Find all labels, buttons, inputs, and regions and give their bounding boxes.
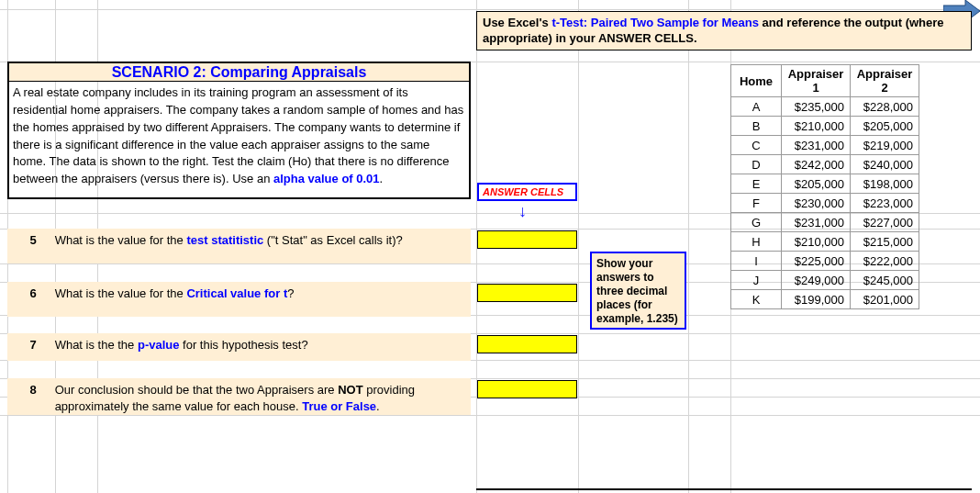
cell-appraiser2: $227,000 (851, 213, 919, 232)
table-row[interactable]: F$230,000$223,000 (731, 194, 919, 213)
cell-appraiser2: $215,000 (851, 232, 919, 252)
answer-cell-q7[interactable] (477, 335, 577, 353)
cell-home: C (731, 136, 782, 155)
question-8: 8 Our conclusion should be that the two … (7, 378, 471, 415)
scenario-body-pre: A real estate company includes in its tr… (13, 85, 463, 185)
cell-appraiser1: $249,000 (782, 271, 851, 290)
answer-cell-q8[interactable] (477, 380, 577, 398)
cell-home: I (731, 252, 782, 271)
cell-appraiser2: $223,000 (851, 194, 919, 213)
q7-num: 7 (15, 337, 51, 353)
cell-appraiser1: $205,000 (782, 174, 851, 194)
instruction-pre: Use Excel's (483, 16, 551, 29)
cell-home: G (731, 213, 782, 232)
cell-home: A (731, 97, 782, 117)
table-row[interactable]: E$205,000$198,000 (731, 174, 919, 194)
cell-appraiser2: $219,000 (851, 136, 919, 155)
cell-appraiser2: $201,000 (851, 290, 919, 309)
cell-appraiser2: $205,000 (851, 117, 919, 136)
cell-appraiser1: $231,000 (782, 213, 851, 232)
cell-appraiser2: $222,000 (851, 252, 919, 271)
q8-num: 8 (15, 382, 51, 398)
cell-home: B (731, 117, 782, 136)
col-home: Home (731, 65, 782, 97)
scenario-title: SCENARIO 2: Comparing Appraisals (7, 62, 471, 82)
cell-appraiser2: $245,000 (851, 271, 919, 290)
cell-appraiser1: $230,000 (782, 194, 851, 213)
question-5: 5 What is the value for the test statiti… (7, 229, 471, 263)
cell-appraiser1: $225,000 (782, 252, 851, 271)
scenario-body-post: . (380, 172, 384, 185)
answer-cell-q6[interactable] (477, 284, 577, 302)
answer-cell-q5[interactable] (477, 230, 577, 249)
cell-home: E (731, 174, 782, 194)
cell-home: D (731, 155, 782, 174)
divider (476, 488, 972, 490)
col-appraiser2: Appraiser 2 (851, 65, 919, 97)
cell-appraiser1: $210,000 (782, 232, 851, 252)
cell-appraiser1: $210,000 (782, 117, 851, 136)
cell-appraiser1: $199,000 (782, 290, 851, 309)
table-header-row: Home Appraiser 1 Appraiser 2 (731, 65, 919, 97)
q6-num: 6 (15, 286, 51, 302)
down-arrow-icon: ↓ (518, 202, 527, 221)
cell-appraiser1: $242,000 (782, 155, 851, 174)
table-row[interactable]: B$210,000$205,000 (731, 117, 919, 136)
q5-num: 5 (15, 232, 51, 249)
question-7: 7 What is the the p-value for this hypot… (7, 333, 471, 361)
table-row[interactable]: H$210,000$215,000 (731, 232, 919, 252)
cell-appraiser1: $235,000 (782, 97, 851, 117)
table-row[interactable]: C$231,000$219,000 (731, 136, 919, 155)
decimal-note: Show your answers to three decimal place… (590, 252, 686, 330)
instruction-box: Use Excel's t-Test: Paired Two Sample fo… (476, 11, 972, 50)
cell-home: J (731, 271, 782, 290)
scenario-body-blue: alpha value of 0.01 (273, 172, 380, 185)
instruction-blue: t-Test: Paired Two Sample for Means (551, 16, 759, 29)
cell-appraiser2: $240,000 (851, 155, 919, 174)
scenario-body: A real estate company includes in its tr… (7, 82, 471, 199)
table-row[interactable]: J$249,000$245,000 (731, 271, 919, 290)
table-row[interactable]: G$231,000$227,000 (731, 213, 919, 232)
cell-appraiser2: $228,000 (851, 97, 919, 117)
table-row[interactable]: D$242,000$240,000 (731, 155, 919, 174)
answer-cells-label: ANSWER CELLS (477, 183, 577, 201)
cell-home: H (731, 232, 782, 252)
col-appraiser1: Appraiser 1 (782, 65, 851, 97)
cell-appraiser2: $198,000 (851, 174, 919, 194)
cell-home: F (731, 194, 782, 213)
table-row[interactable]: K$199,000$201,000 (731, 290, 919, 309)
table-row[interactable]: A$235,000$228,000 (731, 97, 919, 117)
cell-home: K (731, 290, 782, 309)
appraisal-data-table: Home Appraiser 1 Appraiser 2 A$235,000$2… (730, 64, 919, 309)
question-6: 6 What is the value for the Critical val… (7, 282, 471, 317)
cell-appraiser1: $231,000 (782, 136, 851, 155)
table-row[interactable]: I$225,000$222,000 (731, 252, 919, 271)
